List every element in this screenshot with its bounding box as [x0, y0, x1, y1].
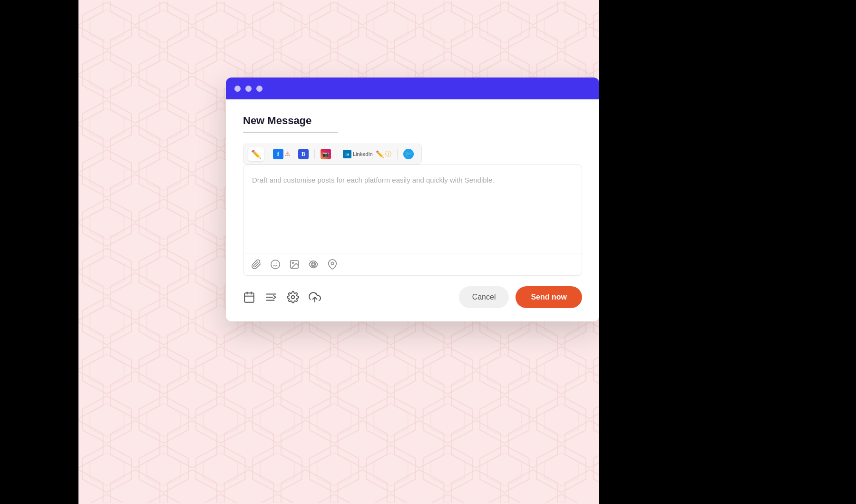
- instagram-icon: 📷: [321, 149, 331, 159]
- svg-point-21: [292, 296, 295, 299]
- bottom-actions-bar: Cancel Send now: [243, 286, 582, 308]
- tab-linkedin[interactable]: in LinkedIn ✏️ ⓘ: [340, 148, 394, 160]
- right-panel: [599, 0, 856, 504]
- emoji-icon[interactable]: [270, 259, 281, 270]
- share-icon[interactable]: [309, 291, 321, 303]
- compose-toolbar: [243, 253, 582, 275]
- cancel-button[interactable]: Cancel: [459, 286, 509, 308]
- svg-point-5: [271, 260, 280, 269]
- schedule-icon[interactable]: [243, 291, 255, 303]
- tab-sep-1: [267, 149, 267, 159]
- tab-sep-2: [314, 149, 315, 159]
- tab-instagram[interactable]: 📷: [318, 147, 334, 161]
- modal-body: New Message ✏️ f ⚠ B: [226, 99, 599, 321]
- pencil-icon: ✏️: [251, 149, 261, 159]
- visibility-icon[interactable]: [308, 259, 319, 270]
- platform-tabs-bar: ✏️ f ⚠ B 📷: [243, 144, 422, 165]
- left-panel: [0, 0, 78, 504]
- media-icon[interactable]: [289, 259, 300, 270]
- tab-sep-3: [337, 149, 337, 159]
- twitter-icon: 🐦: [403, 149, 414, 159]
- linkedin-info-icon: ⓘ: [385, 150, 391, 158]
- title-divider: [243, 132, 338, 133]
- blueb-icon: B: [298, 149, 309, 159]
- facebook-icon: f: [273, 149, 283, 159]
- tab-blue-b[interactable]: B: [295, 147, 311, 161]
- tab-all[interactable]: ✏️: [248, 147, 264, 161]
- modal-titlebar: [226, 78, 599, 99]
- linkedin-label: LinkedIn: [353, 151, 373, 157]
- main-content: New Message ✏️ f ⚠ B: [78, 0, 599, 504]
- window-dot-2: [245, 86, 252, 92]
- send-now-button[interactable]: Send now: [516, 286, 582, 308]
- modal-title: New Message: [243, 115, 582, 127]
- tab-facebook[interactable]: f ⚠: [270, 147, 293, 161]
- tab-sep-4: [397, 149, 398, 159]
- compose-text-placeholder[interactable]: Draft and customise posts for each platf…: [243, 165, 582, 253]
- bottom-right-buttons: Cancel Send now: [459, 286, 582, 308]
- compose-modal: New Message ✏️ f ⚠ B: [226, 78, 599, 321]
- facebook-warning-icon: ⚠: [285, 150, 291, 158]
- window-dot-1: [234, 86, 241, 92]
- bottom-left-icons: [243, 291, 321, 303]
- settings-icon[interactable]: [287, 291, 299, 303]
- compose-area: Draft and customise posts for each platf…: [243, 165, 582, 276]
- svg-point-13: [331, 262, 334, 265]
- location-icon[interactable]: [327, 259, 338, 270]
- svg-point-9: [292, 262, 293, 263]
- svg-rect-14: [244, 293, 254, 302]
- svg-point-10: [312, 263, 315, 266]
- attachment-icon[interactable]: [251, 259, 262, 270]
- content-options-icon[interactable]: [265, 291, 277, 303]
- linkedin-pencil-icon: ✏️: [376, 150, 384, 158]
- tab-twitter[interactable]: 🐦: [400, 147, 417, 161]
- window-dot-3: [256, 86, 263, 92]
- linkedin-icon: in: [343, 150, 351, 158]
